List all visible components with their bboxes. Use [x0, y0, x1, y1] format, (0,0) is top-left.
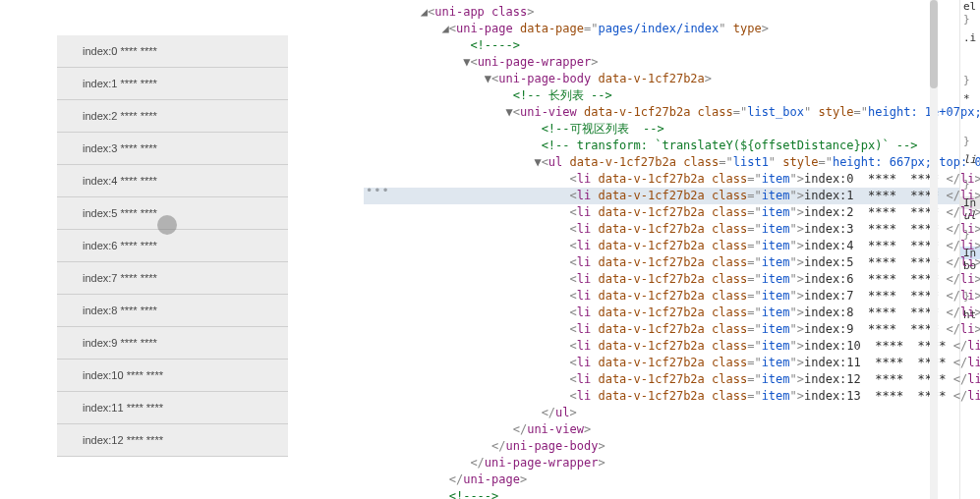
dom-node[interactable]: ▼<uni-view data-v-1cf27b2a class="list_b…	[364, 104, 959, 121]
list-item[interactable]: index:7 **** ****	[57, 262, 288, 295]
dom-node[interactable]: ◢<uni-page data-page="pages/index/index"…	[364, 21, 959, 37]
dom-node[interactable]: ▼<uni-page-wrapper>	[364, 54, 959, 71]
dom-node[interactable]: <li data-v-1cf27b2a class="item">index:8…	[364, 305, 959, 321]
list-item[interactable]: index:2 **** ****	[57, 100, 288, 133]
dom-node[interactable]: <li data-v-1cf27b2a class="item">index:6…	[364, 271, 959, 288]
styles-fragment: }	[960, 74, 980, 86]
dom-node[interactable]: </uni-page>	[364, 471, 959, 488]
dom-node[interactable]: <!---->	[364, 488, 959, 499]
dom-node[interactable]: <!--可视区列表 -->	[364, 121, 959, 138]
app-preview-panel: index:0 **** ****index:1 **** ****index:…	[0, 0, 364, 499]
dom-node[interactable]: <li data-v-1cf27b2a class="item">index:4…	[364, 238, 959, 254]
styles-fragment: }	[960, 13, 980, 26]
dom-node[interactable]: <li data-v-1cf27b2a class="item">index:1…	[364, 388, 959, 405]
list-item[interactable]: index:11 **** ****	[57, 392, 288, 424]
list-item[interactable]: index:1 **** ****	[57, 68, 288, 100]
list-item[interactable]: index:9 **** ****	[57, 327, 288, 360]
dom-node[interactable]: <li data-v-1cf27b2a class="item">index:7…	[364, 288, 959, 305]
dom-node[interactable]: <!-- transform: `translateY(${offsetDist…	[364, 138, 959, 154]
dom-node[interactable]: <li data-v-1cf27b2a class="item">index:2…	[364, 204, 959, 221]
list-item[interactable]: index:12 **** ****	[57, 424, 288, 457]
dom-node[interactable]: <!-- 长列表 -->	[364, 87, 959, 104]
dom-node[interactable]: <!---->	[364, 37, 959, 54]
list-item[interactable]: index:8 **** ****	[57, 295, 288, 327]
dom-node[interactable]: <li data-v-1cf27b2a class="item">index:0…	[364, 171, 959, 188]
dom-node[interactable]: ▼<uni-page-body data-v-1cf27b2a>	[364, 71, 959, 87]
dom-node[interactable]: ▼<ul data-v-1cf27b2a class="list1" style…	[364, 154, 959, 171]
elements-dom-tree[interactable]: ••• ◢<uni-app class> ◢<uni-page data-pag…	[364, 0, 959, 499]
list-item[interactable]: index:4 **** ****	[57, 165, 288, 197]
styles-fragment: }	[960, 135, 980, 147]
dom-node[interactable]: <li data-v-1cf27b2a class="item">index:1…	[364, 338, 959, 355]
dom-node-selected[interactable]: <li data-v-1cf27b2a class="item">index:1…	[364, 188, 959, 204]
list-item[interactable]: index:0 **** ****	[57, 35, 288, 68]
dom-node[interactable]: <li data-v-1cf27b2a class="item">index:5…	[364, 254, 959, 271]
mouse-cursor-ripple	[157, 215, 177, 235]
vertical-scrollbar[interactable]	[930, 0, 938, 499]
list-item[interactable]: index:10 **** ****	[57, 360, 288, 392]
dom-node[interactable]: <li data-v-1cf27b2a class="item">index:1…	[364, 355, 959, 371]
styles-fragment: .i	[960, 31, 980, 44]
dom-node[interactable]: </uni-view>	[364, 421, 959, 438]
preview-list[interactable]: index:0 **** ****index:1 **** ****index:…	[57, 35, 288, 457]
dom-node[interactable]: <li data-v-1cf27b2a class="item">index:1…	[364, 371, 959, 388]
list-item[interactable]: index:3 **** ****	[57, 133, 288, 165]
selected-line-indicator: •••	[366, 183, 390, 199]
dom-node[interactable]: <li data-v-1cf27b2a class="item">index:9…	[364, 321, 959, 338]
scrollbar-thumb[interactable]	[930, 0, 938, 88]
dom-node[interactable]: ◢<uni-app class>	[364, 4, 959, 21]
styles-fragment: el	[960, 0, 980, 13]
dom-node[interactable]: </ul>	[364, 405, 959, 421]
dom-node[interactable]: <li data-v-1cf27b2a class="item">index:3…	[364, 221, 959, 238]
dom-node[interactable]: </uni-page-body>	[364, 438, 959, 455]
styles-fragment: *	[960, 92, 980, 105]
dom-node[interactable]: </uni-page-wrapper>	[364, 455, 959, 471]
list-item[interactable]: index:6 **** ****	[57, 230, 288, 262]
